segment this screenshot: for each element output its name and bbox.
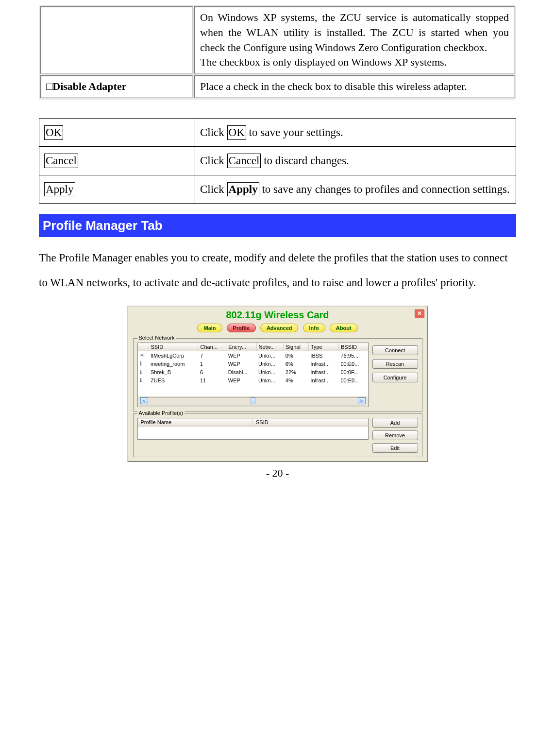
zcu-para-1: On Windows XP systems, the ZCU service i… — [200, 10, 509, 55]
table-row[interactable]: ℹ Shrek_B 6 Disabl... Unkn... 22% Infras… — [137, 368, 368, 376]
apply-desc-b: to save any changes to profiles and conn… — [259, 183, 510, 195]
ok-label-box: OK — [44, 125, 63, 140]
cancel-cell-right: Click Cancel to discard changes. — [195, 147, 516, 175]
disable-adapter-label: □Disable Adapter — [40, 75, 193, 98]
tab-bar: Main Profile Advanced Info About — [128, 322, 427, 336]
remove-button[interactable]: Remove — [372, 430, 418, 440]
apply-cell-left: Apply — [39, 175, 195, 203]
network-list[interactable]: SSID Chan... Encry... Netw... Signal Typ… — [137, 343, 369, 407]
col-encry[interactable]: Encry... — [226, 343, 256, 351]
network-header-row: SSID Chan... Encry... Netw... Signal Typ… — [137, 343, 368, 351]
zcu-para-2: The checkbox is only displayed on Window… — [200, 55, 509, 70]
cancel-desc-b: to discard changes. — [261, 155, 349, 167]
cancel-label-box: Cancel — [44, 154, 78, 168]
tab-advanced[interactable]: Advanced — [260, 324, 299, 332]
disable-adapter-desc: Place a check in the check box to disabl… — [194, 75, 515, 98]
tab-profile[interactable]: Profile — [227, 324, 256, 332]
profile-header-row: Profile Name SSID — [137, 418, 368, 427]
network-icon: ℹ — [137, 376, 149, 384]
add-button[interactable]: Add — [372, 418, 418, 428]
tab-main[interactable]: Main — [197, 324, 222, 332]
cancel-inline-box: Cancel — [227, 154, 261, 168]
cancel-desc-a: Click — [200, 155, 227, 167]
zcu-right-cell: On Windows XP systems, the ZCU service i… — [194, 6, 515, 74]
body-paragraph: The Profile Manager enables you to creat… — [39, 246, 516, 295]
col-bssid[interactable]: BSSID — [338, 343, 368, 351]
app-header: 802.11g Wireless Card ✕ — [128, 307, 427, 322]
available-profiles-legend: Available Profile(s) — [137, 410, 185, 416]
table-row[interactable]: ℹ meeting_room 1 WEP Unkn... 6% Infrast.… — [137, 360, 368, 368]
zcu-left-cell — [40, 6, 193, 74]
profile-list[interactable]: Profile Name SSID — [137, 418, 369, 440]
apply-desc-a: Click — [200, 183, 227, 195]
tab-info[interactable]: Info — [303, 324, 325, 332]
col-type[interactable]: Type — [308, 343, 338, 351]
app-window: 802.11g Wireless Card ✕ Main Profile Adv… — [127, 306, 428, 462]
app-title: 802.11g Wireless Card — [226, 309, 329, 320]
col-profile-name[interactable]: Profile Name — [137, 418, 253, 427]
network-icon: ✳ — [137, 351, 149, 360]
ok-desc-a: Click — [200, 126, 227, 138]
col-signal[interactable]: Signal — [284, 343, 309, 351]
ok-cell-left: OK — [39, 118, 195, 146]
available-profiles-group: Available Profile(s) Profile Name SSID A… — [133, 413, 422, 457]
apply-cell-right: Click Apply to save any changes to profi… — [195, 175, 516, 203]
scroll-right-icon[interactable]: > — [358, 397, 366, 404]
col-ssid[interactable]: SSID — [149, 343, 198, 351]
network-icon: ℹ — [137, 368, 149, 376]
select-network-legend: Select Network — [137, 335, 176, 341]
zcu-table: On Windows XP systems, the ZCU service i… — [39, 5, 516, 100]
table-row[interactable]: ℹ ZUES 11 WEP Unkn... 4% Infrast... 00:E… — [137, 376, 368, 384]
buttons-table: OK Click OK to save your settings. Cance… — [39, 118, 516, 204]
connect-button[interactable]: Connect — [372, 345, 418, 355]
scroll-left-icon[interactable]: < — [140, 397, 148, 404]
section-heading: Profile Manager Tab — [39, 214, 516, 237]
col-profile-ssid[interactable]: SSID — [253, 418, 369, 427]
col-netw[interactable]: Netw... — [256, 343, 284, 351]
ok-desc-b: to save your settings. — [246, 126, 343, 138]
tab-about[interactable]: About — [330, 324, 358, 332]
select-network-group: Select Network SSID Chan... Encry... Net… — [133, 338, 422, 412]
edit-button[interactable]: Edit — [372, 443, 418, 453]
col-chan[interactable]: Chan... — [198, 343, 226, 351]
rescan-button[interactable]: Rescan — [372, 359, 418, 369]
horizontal-scrollbar[interactable]: < > — [137, 396, 368, 407]
apply-inline-box: Apply — [227, 182, 259, 197]
scroll-thumb[interactable] — [251, 397, 255, 404]
ok-inline-box: OK — [227, 125, 246, 140]
cancel-cell-left: Cancel — [39, 147, 195, 175]
ok-cell-right: Click OK to save your settings. — [195, 118, 516, 146]
apply-label-box: Apply — [44, 182, 75, 197]
network-icon: ℹ — [137, 360, 149, 368]
close-icon[interactable]: ✕ — [415, 309, 424, 318]
table-row[interactable]: ✳ ftMeshLgCorp 7 WEP Unkn... 0% IBSS 76:… — [137, 351, 368, 360]
configure-button[interactable]: Configure — [372, 373, 418, 382]
page-number: - 20 - — [39, 467, 516, 480]
